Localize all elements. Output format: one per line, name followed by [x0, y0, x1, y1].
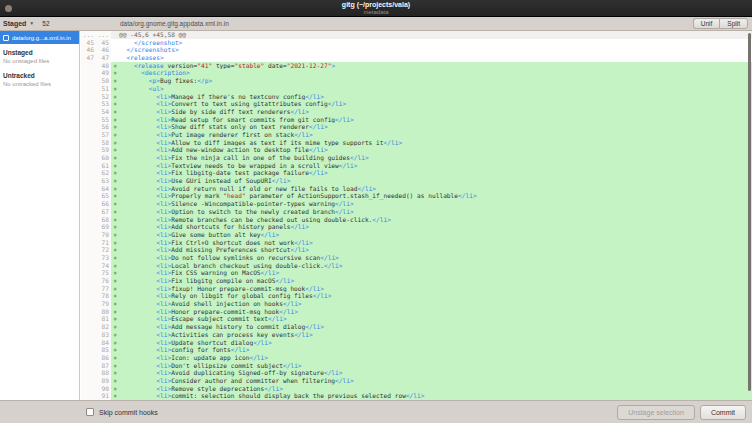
diff-line[interactable]: 65+ <li>Properly mark "head" parameter o… — [81, 192, 752, 200]
diff-line[interactable]: 72+ <li>Add missing Preferences shortcut… — [81, 246, 752, 254]
old-line-number — [81, 154, 96, 162]
staged-selector[interactable]: Staged ▼ 52 — [0, 20, 80, 27]
diff-line[interactable]: 73+ <li>Do not follow symlinks on recurs… — [81, 254, 752, 262]
diff-line[interactable]: 49+ <description> — [81, 69, 752, 77]
line-content: <li>Give some button alt key</li> — [119, 231, 752, 239]
context-counter[interactable]: 52 — [42, 20, 49, 27]
diff-line[interactable]: 85+ <li>config for fonts</li> — [81, 346, 752, 354]
line-content: <li>Read setup for smart commits from gi… — [119, 116, 752, 124]
diff-line[interactable]: 69+ <li>Add shortcuts for history panels… — [81, 223, 752, 231]
diff-line[interactable]: 86+ <li>Icon: update app icon</li> — [81, 354, 752, 362]
diff-line[interactable]: 50+ <p>Bug fixes:</p> — [81, 77, 752, 85]
vertical-scrollbar[interactable] — [748, 33, 751, 391]
new-line-number: 52 — [96, 93, 111, 101]
diff-line[interactable]: 79+ <li>Avoid shell injection on hooks</… — [81, 300, 752, 308]
line-content: <li>Put image renderer first on stack</l… — [119, 131, 752, 139]
old-line-number — [81, 277, 96, 285]
diff-line[interactable]: 81+ <li>Escape subject commit text</li> — [81, 315, 752, 323]
diff-line[interactable]: 57+ <li>Put image renderer first on stac… — [81, 131, 752, 139]
staged-file-item[interactable]: data/org.g...a.xml.in.in — [0, 31, 79, 44]
diff-line[interactable]: 83+ <li>Activities can process key event… — [81, 331, 752, 339]
line-marker: + — [111, 277, 119, 285]
new-line-number: 60 — [96, 154, 111, 162]
new-line-number: 53 — [96, 100, 111, 108]
hunk-header-row[interactable]: ......@@ -45,6 +45,58 @@ — [81, 31, 752, 39]
new-line-number: 64 — [96, 185, 111, 193]
diff-line[interactable]: 75+ <li>Fix CSS warning on MacOS</li> — [81, 269, 752, 277]
diff-line[interactable]: 64+ <li>Avoid return null if old or new … — [81, 185, 752, 193]
new-line-number: 54 — [96, 108, 111, 116]
diff-line[interactable]: 60+ <li>Fix the ninja call in one of the… — [81, 154, 752, 162]
diff-line[interactable]: 82+ <li>Add message history to commit di… — [81, 323, 752, 331]
diff-line[interactable]: 63+ <li>Use GUri instead of SoupURI</li> — [81, 177, 752, 185]
header-bar: gitg (~/projects/vala) metadata — [0, 0, 752, 17]
diff-line[interactable]: 87+ <li>Don't ellipsize commit subject</… — [81, 362, 752, 370]
diff-line[interactable]: 91+ <li>commit: selection should display… — [81, 392, 752, 400]
line-content: <li>Don't ellipsize commit subject</li> — [119, 362, 752, 370]
diff-line[interactable]: 74+ <li>Local branch checkout using doub… — [81, 262, 752, 270]
diff-line[interactable]: 89+ <li>Consider author and committer wh… — [81, 377, 752, 385]
line-marker: + — [111, 315, 119, 323]
old-line-number — [81, 208, 96, 216]
untracked-section-header: Untracked — [0, 67, 79, 80]
skip-commit-hooks-checkbox[interactable] — [86, 408, 94, 416]
diff-line[interactable]: 70+ <li>Give some button alt key</li> — [81, 231, 752, 239]
diff-line[interactable]: 56+ <li>Show diff stats only on text ren… — [81, 123, 752, 131]
diff-line[interactable]: 55+ <li>Read setup for smart commits fro… — [81, 116, 752, 124]
diff-line[interactable]: 62+ <li>Fix libgitg-date test package fa… — [81, 169, 752, 177]
new-line-number: 71 — [96, 239, 111, 247]
unstage-selection-button[interactable]: Unstage selection — [617, 405, 695, 420]
diff-line[interactable]: 67+ <li>Option to switch to the newly cr… — [81, 208, 752, 216]
old-line-number: 46 — [81, 46, 96, 54]
commit-button[interactable]: Commit — [700, 405, 746, 420]
old-line-number — [81, 116, 96, 124]
diff-line[interactable]: 61+ <li>Textview needs to be wrapped in … — [81, 162, 752, 170]
diff-line[interactable]: 4545 </screenshot> — [81, 39, 752, 47]
diff-line[interactable]: 66+ <li>Silence -Wincompatible-pointer-t… — [81, 200, 752, 208]
new-line-number: 62 — [96, 169, 111, 177]
diff-line[interactable]: 76+ <li>Fix libgitg compile on macOS</li… — [81, 277, 752, 285]
window-icon — [5, 5, 12, 12]
chevron-down-icon: ▼ — [29, 21, 34, 26]
diff-line[interactable]: 4747 <releases> — [81, 54, 752, 62]
diff-line[interactable]: 80+ <li>Honor prepare-commit-msg hook</l… — [81, 308, 752, 316]
line-marker: + — [111, 62, 119, 70]
diff-view-switcher: Unif Split — [693, 18, 748, 29]
diff-line[interactable]: 48+ <release version="41" type="stable" … — [81, 62, 752, 70]
line-content: <li>Add shortcuts for history panels</li… — [119, 223, 752, 231]
new-line-number: 51 — [96, 85, 111, 93]
diff-line[interactable]: 4646 </screenshots> — [81, 46, 752, 54]
line-marker: + — [111, 285, 119, 293]
diff-line[interactable]: 77+ <li>fixup! Honor prepare-commit-msg … — [81, 285, 752, 293]
line-content: <li>Fix libgitg-date test package failur… — [119, 169, 752, 177]
line-marker: + — [111, 146, 119, 154]
line-marker: + — [111, 308, 119, 316]
new-line-number: 85 — [96, 346, 111, 354]
staged-file-label: data/org.g...a.xml.in.in — [12, 35, 71, 41]
diff-line[interactable]: 88+ <li>Avoid duplicating Signed-off-by … — [81, 369, 752, 377]
line-content: <li>Activities can process key events</l… — [119, 331, 752, 339]
line-content: <li>Consider author and committer when f… — [119, 377, 752, 385]
old-line-number — [81, 354, 96, 362]
diff-line[interactable]: 51+ <ul> — [81, 85, 752, 93]
diff-line[interactable]: 58+ <li>Allow to diff images as text if … — [81, 139, 752, 147]
line-content: <ul> — [119, 85, 752, 93]
unified-view-button[interactable]: Unif — [693, 18, 720, 29]
new-line-number: 80 — [96, 308, 111, 316]
diff-line[interactable]: 54+ <li>Side by side diff text renderers… — [81, 108, 752, 116]
diff-line[interactable]: 59+ <li>Add new-window action to desktop… — [81, 146, 752, 154]
new-line-number: 68 — [96, 216, 111, 224]
split-view-button[interactable]: Split — [719, 18, 748, 29]
diff-line[interactable]: 78+ <li>Rely on libgit for global config… — [81, 292, 752, 300]
diff-line[interactable]: 71+ <li>Fix Ctrl+O shortcut does not wor… — [81, 239, 752, 247]
line-content: <li>Manage if there's no textconv config… — [119, 93, 752, 101]
diff-line[interactable]: 53+ <li>Convert to text using gitattribu… — [81, 100, 752, 108]
old-line-number — [81, 93, 96, 101]
diff-line[interactable]: 52+ <li>Manage if there's no textconv co… — [81, 93, 752, 101]
diff-line[interactable]: 68+ <li>Remote branches can be checked o… — [81, 216, 752, 224]
diff-line[interactable]: 90+ <li>Remove style deprecations</li> — [81, 385, 752, 393]
diff-line[interactable]: 84+ <li>Update shortcut dialog</li> — [81, 339, 752, 347]
old-line-number — [81, 131, 96, 139]
old-line-number — [81, 200, 96, 208]
line-marker — [111, 31, 119, 39]
